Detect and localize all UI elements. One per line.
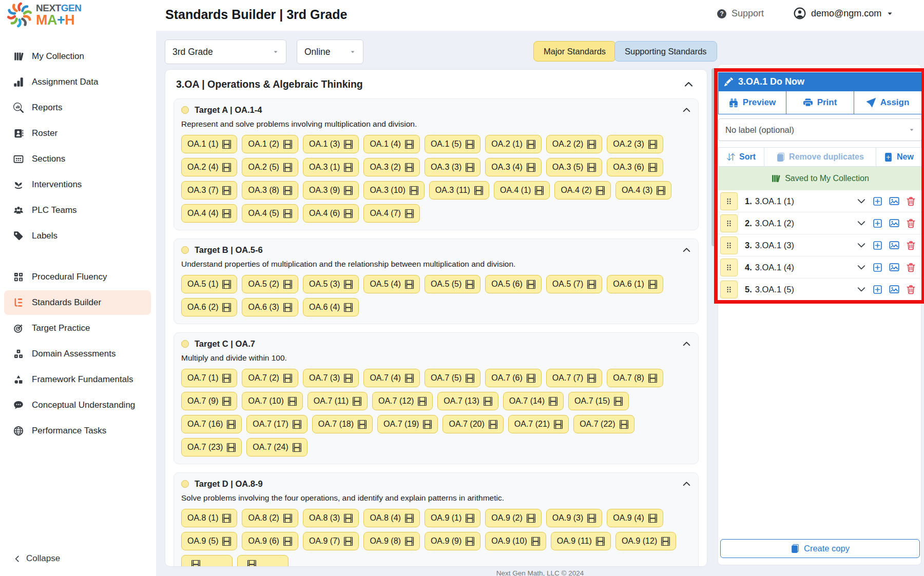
sidebar-item-framework-fundamentals[interactable]: Framework Fundamentals — [4, 367, 151, 392]
standard-chip[interactable]: OA.1 (3) — [303, 135, 359, 153]
remove-duplicates-button[interactable]: Remove duplicates — [764, 147, 876, 167]
standard-chip[interactable]: OA.7 (24) — [246, 438, 307, 456]
print-button[interactable]: Print — [786, 91, 854, 114]
add-item-icon[interactable] — [873, 219, 882, 228]
create-copy-button[interactable]: Create copy — [720, 539, 920, 558]
standard-chip[interactable]: OA.5 (5) — [425, 275, 480, 293]
drag-handle[interactable] — [720, 214, 738, 232]
standard-chip[interactable]: OA.3 (5) — [546, 158, 602, 176]
collapse-target-icon[interactable] — [682, 340, 691, 348]
delete-item-icon[interactable] — [906, 196, 916, 206]
sidebar-item-domain-assessments[interactable]: Domain Assessments — [4, 342, 151, 366]
delete-item-icon[interactable] — [906, 219, 916, 228]
standard-chip[interactable]: OA.5 (4) — [363, 275, 419, 293]
standard-chip[interactable]: OA.2 (5) — [242, 158, 298, 176]
standard-chip[interactable]: OA.9 (12) — [615, 532, 676, 550]
collapse-target-icon[interactable] — [682, 480, 691, 488]
standard-chip[interactable]: OA.7 (7) — [546, 369, 602, 387]
standard-chip[interactable]: OA.8 (3) — [303, 509, 359, 527]
pencil-icon[interactable] — [724, 77, 733, 86]
standard-chip[interactable]: OA.7 (6) — [485, 369, 541, 387]
standard-chip[interactable]: OA.9 (4) — [607, 509, 663, 527]
delete-item-icon[interactable] — [906, 263, 916, 272]
major-standards-button[interactable]: Major Standards — [533, 41, 616, 62]
standard-chip[interactable]: OA.5 (2) — [242, 275, 298, 293]
sidebar-item-sections[interactable]: Sections — [4, 147, 151, 171]
collapse-target-icon[interactable] — [682, 106, 691, 114]
standard-chip[interactable]: OA.1 (5) — [425, 135, 480, 153]
standard-chip[interactable]: OA.3 (6) — [607, 158, 663, 176]
standard-chip[interactable]: OA.7 (2) — [242, 369, 298, 387]
standard-chip[interactable]: OA.3 (2) — [363, 158, 419, 176]
standard-chip[interactable]: OA.4 (6) — [303, 204, 359, 223]
standard-chip[interactable]: OA.3 (1) — [303, 158, 359, 176]
expand-item-icon[interactable] — [857, 196, 866, 206]
standard-chip[interactable]: OA.9 (1) — [425, 509, 480, 527]
standard-chip[interactable]: OA.7 (10) — [242, 392, 302, 410]
expand-item-icon[interactable] — [857, 263, 866, 272]
sidebar-item-standards-builder[interactable]: Standards Builder — [4, 290, 151, 315]
standard-chip[interactable]: OA.7 (22) — [573, 415, 634, 433]
support-link[interactable]: ? Support — [717, 8, 764, 19]
standard-chip[interactable]: OA.3 (9) — [303, 181, 359, 200]
standard-chip[interactable]: OA.2 (1) — [485, 135, 541, 153]
sidebar-item-conceptual-understanding[interactable]: Conceptual Understanding — [4, 393, 151, 418]
standard-chip[interactable] — [181, 555, 233, 567]
standard-chip[interactable]: OA.7 (23) — [181, 438, 242, 456]
standard-chip[interactable]: OA.3 (3) — [425, 158, 480, 176]
expand-item-icon[interactable] — [857, 241, 866, 250]
standard-chip[interactable]: OA.7 (20) — [442, 415, 503, 433]
standard-chip[interactable]: OA.6 (1) — [607, 275, 663, 293]
standard-chip[interactable]: OA.5 (3) — [303, 275, 359, 293]
standard-chip[interactable]: OA.4 (2) — [554, 181, 610, 200]
mode-select[interactable]: Online — [297, 39, 363, 64]
supporting-standards-button[interactable]: Supporting Standards — [614, 41, 717, 62]
standard-chip[interactable]: OA.7 (1) — [181, 369, 237, 387]
standard-chip[interactable]: OA.6 (4) — [303, 298, 359, 316]
sidebar-item-labels[interactable]: Labels — [4, 224, 151, 248]
standard-chip[interactable]: OA.7 (12) — [372, 392, 433, 410]
standard-chip[interactable]: OA.7 (16) — [181, 415, 242, 433]
standard-chip[interactable]: OA.4 (5) — [242, 204, 298, 223]
collapse-domain-icon[interactable] — [684, 80, 694, 89]
standard-chip[interactable]: OA.6 (2) — [181, 298, 237, 316]
standard-chip[interactable]: OA.3 (7) — [181, 181, 237, 200]
standard-chip[interactable]: OA.4 (3) — [615, 181, 671, 200]
nextgen-math-logo[interactable]: NEXTGEN MA+H — [6, 2, 81, 28]
preview-button[interactable]: Preview — [718, 91, 786, 114]
label-select[interactable]: No label (optional) — [718, 118, 922, 141]
standard-chip[interactable]: OA.6 (3) — [242, 298, 298, 316]
sidebar-item-performance-tasks[interactable]: Performance Tasks — [4, 419, 151, 443]
delete-item-icon[interactable] — [906, 285, 916, 294]
standard-chip[interactable]: OA.2 (2) — [546, 135, 602, 153]
standard-chip[interactable]: OA.7 (18) — [312, 415, 373, 433]
expand-item-icon[interactable] — [857, 285, 866, 294]
standard-chip[interactable]: OA.5 (1) — [181, 275, 237, 293]
drag-handle[interactable] — [720, 192, 738, 210]
image-preview-icon[interactable] — [889, 218, 899, 228]
standard-chip[interactable]: OA.5 (7) — [546, 275, 602, 293]
sort-button[interactable]: Sort — [718, 147, 764, 167]
standard-chip[interactable]: OA.9 (5) — [181, 532, 237, 550]
standard-chip[interactable]: OA.7 (4) — [363, 369, 419, 387]
standard-chip[interactable]: OA.9 (6) — [242, 532, 298, 550]
grade-select[interactable]: 3rd Grade — [165, 39, 286, 64]
standard-chip[interactable]: OA.4 (7) — [363, 204, 419, 223]
collapse-target-icon[interactable] — [682, 246, 691, 254]
standard-chip[interactable]: OA.2 (3) — [607, 135, 663, 153]
delete-item-icon[interactable] — [906, 241, 916, 250]
standard-chip[interactable]: OA.7 (8) — [607, 369, 663, 387]
standard-chip[interactable]: OA.5 (6) — [485, 275, 541, 293]
sidebar-collapse-button[interactable]: Collapse — [13, 553, 60, 564]
standard-chip[interactable]: OA.4 (1) — [494, 181, 550, 200]
sidebar-item-roster[interactable]: Roster — [4, 121, 151, 146]
standard-chip[interactable]: OA.7 (13) — [437, 392, 498, 410]
standard-chip[interactable]: OA.8 (2) — [242, 509, 298, 527]
standard-chip[interactable]: OA.8 (1) — [181, 509, 237, 527]
image-preview-icon[interactable] — [889, 196, 899, 206]
sidebar-item-procedural-fluency[interactable]: Procedural Fluency — [4, 265, 151, 289]
drag-handle[interactable] — [720, 236, 738, 254]
sidebar-item-interventions[interactable]: Interventions — [4, 172, 151, 197]
sidebar-item-plc-teams[interactable]: PLC Teams — [4, 198, 151, 223]
standard-chip[interactable]: OA.1 (1) — [181, 135, 237, 153]
